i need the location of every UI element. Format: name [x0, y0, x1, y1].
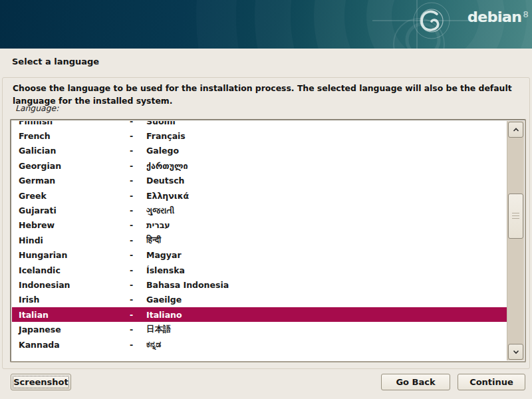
language-english: Georgian — [12, 161, 130, 171]
language-english: Greek — [12, 191, 130, 201]
language-native: Íslenska — [146, 265, 507, 275]
language-row[interactable]: Italian - Italiano — [12, 307, 507, 322]
language-english: Gujarati — [12, 205, 130, 215]
page-title: Select a language — [12, 57, 99, 66]
chevron-down-icon — [512, 349, 520, 354]
language-row[interactable]: Finnish - Suomi — [12, 121, 507, 128]
language-english: German — [12, 176, 130, 186]
continue-button[interactable]: Continue — [458, 374, 525, 390]
language-native: Magyar — [146, 250, 507, 260]
language-native: עברית — [146, 220, 507, 230]
language-row[interactable]: French - Français — [12, 128, 507, 143]
language-native: Deutsch — [146, 176, 507, 186]
language-english: Hebrew — [12, 220, 130, 230]
language-row[interactable]: Georgian - ქართული — [12, 158, 507, 173]
language-row[interactable]: Gujarati - ગુજરાતી — [12, 203, 507, 217]
chevron-up-icon — [512, 127, 520, 132]
language-native: Suomi — [146, 121, 507, 126]
content-frame: Choose the language to be used for the i… — [2, 77, 530, 369]
language-separator: - — [130, 325, 146, 334]
language-native: Gaeilge — [146, 295, 507, 305]
language-native: ქართული — [146, 161, 507, 171]
language-native: Français — [146, 131, 507, 141]
language-list-viewport: Finnish - Suomi French - Français Galici… — [12, 121, 507, 360]
language-english: Italian — [12, 310, 130, 320]
language-row[interactable]: Greek - Ελληνικά — [12, 188, 507, 203]
language-separator: - — [130, 176, 146, 186]
scrollbar-thumb[interactable] — [508, 194, 523, 239]
language-listbox: Finnish - Suomi French - Français Galici… — [10, 119, 526, 362]
language-native: Galego — [146, 146, 507, 156]
language-separator: - — [130, 280, 146, 290]
language-separator: - — [130, 191, 146, 201]
language-native: 日本語 — [146, 324, 507, 335]
language-separator: - — [130, 310, 146, 320]
language-native: ಕನ್ನಡ — [146, 339, 507, 350]
language-native: ગુજરાતી — [146, 205, 507, 216]
language-row[interactable]: Indonesian - Bahasa Indonesia — [12, 277, 507, 292]
screenshot-button[interactable]: Screenshot — [11, 374, 71, 390]
language-separator: - — [130, 131, 146, 141]
language-separator: - — [130, 250, 146, 260]
language-english: Hungarian — [12, 250, 130, 260]
language-separator: - — [130, 265, 146, 275]
language-native: Bahasa Indonesia — [146, 280, 507, 290]
language-separator: - — [130, 235, 146, 245]
brand-version: 8 — [523, 9, 528, 19]
language-separator: - — [130, 295, 146, 305]
language-row[interactable]: Hebrew - עברית — [12, 218, 507, 233]
scroll-down-button[interactable] — [508, 344, 523, 360]
header-banner: debian8 — [0, 0, 532, 49]
language-english: Icelandic — [12, 265, 130, 275]
language-english: Japanese — [12, 325, 130, 334]
language-separator: - — [130, 146, 146, 156]
language-separator: - — [130, 121, 146, 126]
language-native: Ελληνικά — [146, 191, 507, 201]
language-native: Italiano — [146, 310, 507, 320]
language-row[interactable]: German - Deutsch — [12, 174, 507, 188]
language-row[interactable]: Kannada - ಕನ್ನಡ — [12, 337, 507, 352]
go-back-button[interactable]: Go Back — [381, 374, 450, 390]
scrollbar-grip — [512, 213, 519, 219]
language-english: Kannada — [12, 340, 130, 350]
language-row[interactable]: Galician - Galego — [12, 144, 507, 158]
language-separator: - — [130, 220, 146, 230]
vertical-scrollbar[interactable] — [507, 121, 524, 360]
language-row[interactable]: Hungarian - Magyar — [12, 248, 507, 263]
debian-logo: debian8 — [467, 9, 529, 25]
language-row[interactable]: Icelandic - Íslenska — [12, 263, 507, 277]
language-list-rows: Finnish - Suomi French - Français Galici… — [12, 121, 507, 352]
language-row[interactable]: Japanese - 日本語 — [12, 322, 507, 336]
language-separator: - — [130, 161, 146, 171]
language-english: French — [12, 131, 130, 141]
instruction-text: Choose the language to be used for the i… — [13, 82, 519, 107]
scroll-up-button[interactable] — [508, 122, 523, 138]
brand-name: debian — [467, 9, 521, 25]
language-english: Finnish — [12, 121, 130, 126]
language-separator: - — [130, 205, 146, 215]
language-separator: - — [130, 340, 146, 350]
language-english: Indonesian — [12, 280, 130, 290]
language-english: Hindi — [12, 235, 130, 245]
language-row[interactable]: Irish - Gaeilge — [12, 293, 507, 307]
language-row[interactable]: Hindi - हिन्दी — [12, 233, 507, 247]
language-english: Galician — [12, 146, 130, 156]
banner-artwork — [0, 0, 532, 49]
language-english: Irish — [12, 295, 130, 305]
language-label: Language: — [15, 103, 59, 113]
language-native: हिन्दी — [146, 235, 507, 245]
